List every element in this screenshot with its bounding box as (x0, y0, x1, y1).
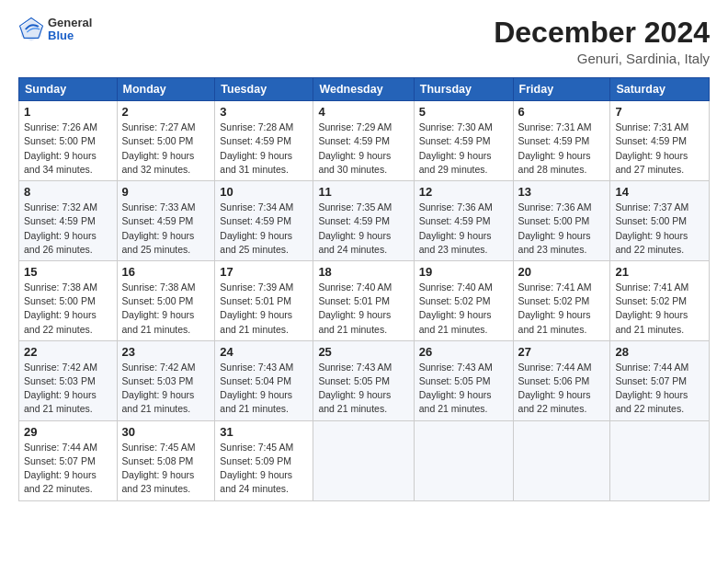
calendar-cell: 6Sunrise: 7:31 AMSunset: 4:59 PMDaylight… (513, 101, 610, 181)
day-detail: Sunrise: 7:42 AMSunset: 5:03 PMDaylight:… (122, 361, 210, 417)
weekday-row: SundayMondayTuesdayWednesdayThursdayFrid… (19, 78, 710, 101)
day-detail: Sunrise: 7:35 AMSunset: 4:59 PMDaylight:… (318, 201, 408, 257)
calendar-cell: 25Sunrise: 7:43 AMSunset: 5:05 PMDayligh… (313, 340, 414, 420)
day-number: 26 (419, 345, 508, 359)
day-number: 24 (220, 345, 308, 359)
day-detail: Sunrise: 7:33 AMSunset: 4:59 PMDaylight:… (122, 201, 210, 257)
day-number: 14 (615, 185, 704, 199)
day-number: 9 (122, 185, 210, 199)
calendar-cell: 19Sunrise: 7:40 AMSunset: 5:02 PMDayligh… (414, 260, 513, 340)
day-detail: Sunrise: 7:45 AMSunset: 5:08 PMDaylight:… (122, 441, 210, 497)
calendar-cell: 24Sunrise: 7:43 AMSunset: 5:04 PMDayligh… (215, 340, 313, 420)
weekday-header: Wednesday (313, 78, 414, 101)
page: General Blue December 2024 Genuri, Sardi… (0, 0, 728, 511)
calendar: SundayMondayTuesdayWednesdayThursdayFrid… (18, 77, 710, 500)
calendar-cell: 11Sunrise: 7:35 AMSunset: 4:59 PMDayligh… (313, 181, 414, 261)
day-number: 10 (220, 185, 308, 199)
day-number: 16 (122, 265, 210, 279)
calendar-cell: 21Sunrise: 7:41 AMSunset: 5:02 PMDayligh… (610, 260, 710, 340)
weekday-header: Thursday (414, 78, 513, 101)
day-detail: Sunrise: 7:45 AMSunset: 5:09 PMDaylight:… (220, 441, 308, 497)
month-title: December 2024 (494, 17, 710, 49)
calendar-cell: 31Sunrise: 7:45 AMSunset: 5:09 PMDayligh… (215, 420, 313, 500)
calendar-header: SundayMondayTuesdayWednesdayThursdayFrid… (19, 78, 710, 101)
calendar-week-row: 15Sunrise: 7:38 AMSunset: 5:00 PMDayligh… (19, 260, 710, 340)
calendar-cell: 17Sunrise: 7:39 AMSunset: 5:01 PMDayligh… (215, 260, 313, 340)
calendar-cell: 8Sunrise: 7:32 AMSunset: 4:59 PMDaylight… (19, 181, 118, 261)
day-number: 4 (318, 105, 408, 119)
calendar-cell (513, 420, 610, 500)
calendar-cell (610, 420, 710, 500)
calendar-cell: 20Sunrise: 7:41 AMSunset: 5:02 PMDayligh… (513, 260, 610, 340)
calendar-week-row: 1Sunrise: 7:26 AMSunset: 5:00 PMDaylight… (19, 101, 710, 181)
calendar-body: 1Sunrise: 7:26 AMSunset: 5:00 PMDaylight… (19, 101, 710, 500)
day-number: 29 (24, 425, 112, 439)
header: General Blue December 2024 Genuri, Sardi… (18, 17, 710, 66)
day-detail: Sunrise: 7:40 AMSunset: 5:01 PMDaylight:… (318, 281, 408, 337)
weekday-header: Monday (117, 78, 215, 101)
calendar-cell: 29Sunrise: 7:44 AMSunset: 5:07 PMDayligh… (19, 420, 118, 500)
day-number: 6 (518, 105, 606, 119)
day-number: 31 (220, 425, 308, 439)
calendar-cell: 12Sunrise: 7:36 AMSunset: 4:59 PMDayligh… (414, 181, 513, 261)
day-detail: Sunrise: 7:44 AMSunset: 5:07 PMDaylight:… (24, 441, 112, 497)
day-detail: Sunrise: 7:26 AMSunset: 5:00 PMDaylight:… (24, 121, 112, 177)
logo-general: General (48, 17, 92, 29)
calendar-cell: 30Sunrise: 7:45 AMSunset: 5:08 PMDayligh… (117, 420, 215, 500)
day-number: 23 (122, 345, 210, 359)
day-detail: Sunrise: 7:44 AMSunset: 5:07 PMDaylight:… (615, 361, 704, 417)
calendar-cell: 16Sunrise: 7:38 AMSunset: 5:00 PMDayligh… (117, 260, 215, 340)
calendar-cell: 28Sunrise: 7:44 AMSunset: 5:07 PMDayligh… (610, 340, 710, 420)
day-number: 5 (419, 105, 508, 119)
day-number: 15 (24, 265, 112, 279)
day-number: 20 (518, 265, 606, 279)
day-number: 25 (318, 345, 408, 359)
day-detail: Sunrise: 7:38 AMSunset: 5:00 PMDaylight:… (24, 281, 112, 337)
logo-text: General Blue (48, 17, 92, 43)
day-detail: Sunrise: 7:29 AMSunset: 4:59 PMDaylight:… (318, 121, 408, 177)
day-detail: Sunrise: 7:31 AMSunset: 4:59 PMDaylight:… (615, 121, 704, 177)
logo-blue: Blue (48, 29, 92, 42)
calendar-cell: 18Sunrise: 7:40 AMSunset: 5:01 PMDayligh… (313, 260, 414, 340)
day-number: 8 (24, 185, 112, 199)
day-number: 11 (318, 185, 408, 199)
day-number: 7 (615, 105, 704, 119)
calendar-cell: 2Sunrise: 7:27 AMSunset: 5:00 PMDaylight… (117, 101, 215, 181)
day-number: 27 (518, 345, 606, 359)
calendar-cell: 4Sunrise: 7:29 AMSunset: 4:59 PMDaylight… (313, 101, 414, 181)
calendar-cell: 9Sunrise: 7:33 AMSunset: 4:59 PMDaylight… (117, 181, 215, 261)
day-detail: Sunrise: 7:28 AMSunset: 4:59 PMDaylight:… (220, 121, 308, 177)
calendar-cell: 3Sunrise: 7:28 AMSunset: 4:59 PMDaylight… (215, 101, 313, 181)
location: Genuri, Sardinia, Italy (494, 51, 710, 66)
weekday-header: Sunday (19, 78, 118, 101)
day-number: 17 (220, 265, 308, 279)
title-block: December 2024 Genuri, Sardinia, Italy (494, 17, 710, 66)
day-number: 19 (419, 265, 508, 279)
calendar-cell: 5Sunrise: 7:30 AMSunset: 4:59 PMDaylight… (414, 101, 513, 181)
day-detail: Sunrise: 7:36 AMSunset: 5:00 PMDaylight:… (518, 201, 606, 257)
calendar-cell: 15Sunrise: 7:38 AMSunset: 5:00 PMDayligh… (19, 260, 118, 340)
day-detail: Sunrise: 7:41 AMSunset: 5:02 PMDaylight:… (615, 281, 704, 337)
logo-icon (18, 17, 44, 42)
calendar-cell: 27Sunrise: 7:44 AMSunset: 5:06 PMDayligh… (513, 340, 610, 420)
day-number: 13 (518, 185, 606, 199)
day-number: 12 (419, 185, 508, 199)
calendar-cell: 22Sunrise: 7:42 AMSunset: 5:03 PMDayligh… (19, 340, 118, 420)
day-number: 18 (318, 265, 408, 279)
day-detail: Sunrise: 7:39 AMSunset: 5:01 PMDaylight:… (220, 281, 308, 337)
day-detail: Sunrise: 7:31 AMSunset: 4:59 PMDaylight:… (518, 121, 606, 177)
weekday-header: Friday (513, 78, 610, 101)
day-number: 1 (24, 105, 112, 119)
calendar-cell: 13Sunrise: 7:36 AMSunset: 5:00 PMDayligh… (513, 181, 610, 261)
weekday-header: Saturday (610, 78, 710, 101)
day-number: 3 (220, 105, 308, 119)
day-detail: Sunrise: 7:34 AMSunset: 4:59 PMDaylight:… (220, 201, 308, 257)
calendar-cell: 14Sunrise: 7:37 AMSunset: 5:00 PMDayligh… (610, 181, 710, 261)
day-detail: Sunrise: 7:43 AMSunset: 5:04 PMDaylight:… (220, 361, 308, 417)
day-detail: Sunrise: 7:36 AMSunset: 4:59 PMDaylight:… (419, 201, 508, 257)
day-detail: Sunrise: 7:38 AMSunset: 5:00 PMDaylight:… (122, 281, 210, 337)
calendar-cell: 23Sunrise: 7:42 AMSunset: 5:03 PMDayligh… (117, 340, 215, 420)
weekday-header: Tuesday (215, 78, 313, 101)
day-detail: Sunrise: 7:44 AMSunset: 5:06 PMDaylight:… (518, 361, 606, 417)
calendar-week-row: 29Sunrise: 7:44 AMSunset: 5:07 PMDayligh… (19, 420, 710, 500)
